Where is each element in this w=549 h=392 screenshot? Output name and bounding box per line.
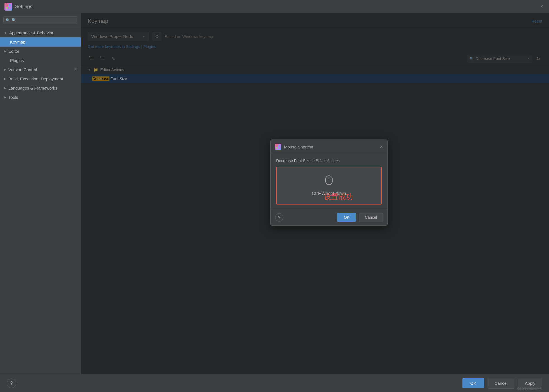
title-bar: Settings × — [0, 0, 549, 13]
right-panel: Keymap Reset Windows Proper Redo ▼ ⚙ Bas… — [81, 13, 549, 374]
ok-button[interactable]: OK — [462, 378, 484, 388]
svg-rect-11 — [278, 145, 280, 146]
sidebar-item-editor[interactable]: ▶ Editor — [0, 47, 81, 56]
modal-footer: ? OK Cancel — [271, 209, 387, 225]
modal-app-icon — [275, 144, 281, 150]
close-button[interactable]: × — [539, 4, 545, 9]
watermark: CSDN @疯炒儿儿 — [517, 387, 542, 391]
copy-icon: ⎘ — [75, 68, 77, 72]
svg-point-16 — [328, 177, 330, 179]
sidebar-item-tools[interactable]: ▶ Tools — [0, 93, 81, 102]
modal-title-bar: Mouse Shortcut × — [271, 140, 387, 154]
modal-title: Mouse Shortcut — [284, 145, 377, 149]
arrow-icon: ▶ — [4, 49, 6, 53]
sidebar-search-icon: 🔍 — [6, 18, 10, 22]
sidebar-item-label: Editor — [8, 49, 19, 54]
main-content: 🔍 ▼ Appearance & Behavior Keymap ▶ Edito… — [0, 13, 549, 374]
sidebar-item-label: Version Control — [8, 67, 37, 72]
arrow-icon: ▼ — [4, 31, 7, 35]
cancel-button[interactable]: Cancel — [488, 378, 515, 389]
sidebar-item-label: Build, Execution, Deployment — [8, 76, 63, 81]
sidebar: 🔍 ▼ Appearance & Behavior Keymap ▶ Edito… — [0, 13, 81, 374]
modal-action-name: Decrease Font Size — [276, 158, 311, 163]
modal-overlay: Mouse Shortcut × Decrease Font Size in E… — [81, 13, 549, 374]
svg-rect-0 — [6, 4, 8, 6]
modal-context-label: in Editor Actions — [312, 158, 340, 163]
sidebar-item-keymap[interactable]: Keymap — [0, 37, 81, 47]
mouse-shortcut-modal: Mouse Shortcut × Decrease Font Size in E… — [270, 140, 388, 226]
sidebar-items-list: ▼ Appearance & Behavior Keymap ▶ Editor … — [0, 27, 81, 374]
svg-rect-13 — [278, 147, 280, 149]
svg-rect-12 — [276, 147, 278, 149]
modal-description: Decrease Font Size in Editor Actions — [276, 158, 382, 163]
arrow-icon: ▶ — [4, 86, 6, 90]
modal-close-button[interactable]: × — [380, 144, 383, 150]
mouse-icon — [325, 175, 333, 187]
svg-rect-3 — [9, 7, 11, 9]
window-title: Settings — [15, 4, 539, 9]
sidebar-item-appearance-behavior[interactable]: ▼ Appearance & Behavior — [0, 28, 81, 37]
svg-rect-2 — [6, 7, 8, 9]
modal-cancel-button[interactable]: Cancel — [359, 213, 383, 222]
modal-help-button[interactable]: ? — [275, 213, 283, 222]
app-icon — [4, 3, 12, 11]
arrow-icon: ▶ — [4, 95, 6, 99]
sidebar-search-input[interactable] — [3, 16, 77, 24]
sidebar-item-label: Plugins — [10, 58, 24, 63]
sidebar-item-label: Appearance & Behavior — [9, 30, 53, 35]
sidebar-item-version-control[interactable]: ▶ Version Control ⎘ — [0, 65, 81, 74]
modal-ok-button[interactable]: OK — [337, 213, 356, 222]
success-message: 设置成功 — [324, 192, 353, 202]
arrow-icon: ▶ — [4, 77, 6, 81]
sidebar-item-build-execution[interactable]: ▶ Build, Execution, Deployment — [0, 74, 81, 83]
svg-rect-10 — [276, 145, 278, 146]
sidebar-item-plugins[interactable]: Plugins — [0, 56, 81, 65]
sidebar-item-label: Languages & Frameworks — [8, 86, 57, 90]
svg-rect-1 — [9, 4, 11, 6]
help-button[interactable]: ? — [7, 379, 16, 388]
sidebar-item-label: Keymap — [10, 40, 25, 44]
arrow-icon: ▶ — [4, 68, 6, 71]
sidebar-search-container: 🔍 — [0, 13, 81, 27]
sidebar-item-label: Tools — [8, 95, 18, 100]
sidebar-item-languages-frameworks[interactable]: ▶ Languages & Frameworks — [0, 83, 81, 93]
bottom-bar: ? OK Cancel Apply CSDN @疯炒儿儿 — [0, 374, 549, 392]
settings-window: Settings × 🔍 ▼ Appearance & Behavior Ke — [0, 0, 549, 392]
